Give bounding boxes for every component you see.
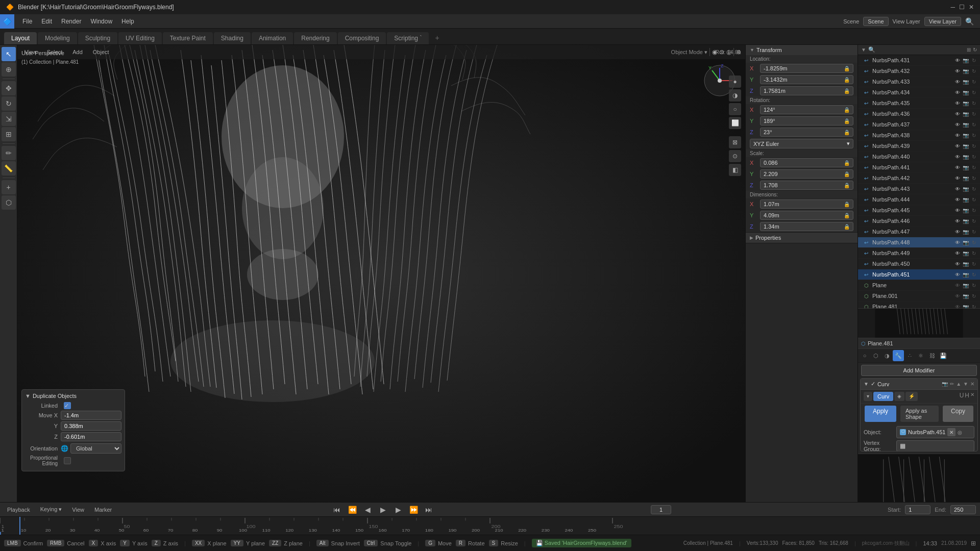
outliner-select-icon[interactable]: ↻: [970, 153, 978, 161]
transform-tool[interactable]: ⊞: [2, 127, 16, 141]
curve-mod-enable[interactable]: ✓: [871, 381, 875, 387]
dup-proportional-checkbox[interactable]: [64, 457, 71, 464]
outliner-item[interactable]: ⬡ Plane.481 👁 📷 ↻: [858, 302, 980, 308]
apply-as-shape-button[interactable]: Apply as Shape: [900, 406, 939, 422]
outliner-render-icon[interactable]: 📷: [962, 163, 970, 171]
pi-particles[interactable]: ∴: [904, 350, 915, 361]
outliner-render-icon[interactable]: 📷: [962, 195, 970, 204]
dup-movex-value[interactable]: -1.4m: [61, 411, 121, 420]
tl-next-frame[interactable]: ▶: [393, 504, 404, 515]
outliner-item[interactable]: ↩ NurbsPath.440 👁 📷 ↻: [858, 152, 980, 162]
outliner-item[interactable]: ↩ NurbsPath.443 👁 📷 ↻: [858, 184, 980, 194]
outliner-select-icon[interactable]: ↻: [970, 99, 978, 107]
tl-prev-keyframe[interactable]: ⏪: [347, 504, 358, 515]
vp-mode-select[interactable]: Object Mode ▾: [671, 49, 707, 56]
outliner-select-icon[interactable]: ↻: [970, 260, 978, 268]
tab-modeling[interactable]: Modeling: [38, 32, 77, 44]
outliner-eye-icon[interactable]: 👁: [953, 270, 962, 279]
outliner-render-icon[interactable]: 📷: [962, 110, 970, 118]
mod-type-active[interactable]: Curv: [873, 392, 893, 401]
loc-z-lock[interactable]: 🔒: [844, 88, 850, 94]
outliner-select-icon[interactable]: ↻: [970, 281, 978, 289]
outliner-render-icon[interactable]: 📷: [962, 131, 970, 139]
outliner-eye-icon[interactable]: 👁: [953, 228, 962, 236]
outliner-eye-icon[interactable]: 👁: [953, 163, 962, 171]
outliner-eye-icon[interactable]: 👁: [953, 292, 962, 300]
outliner-render-icon[interactable]: 📷: [962, 174, 970, 182]
timeline-ruler[interactable]: 1 50 100 150 200 250: [0, 517, 980, 535]
dup-y-value[interactable]: 0.388m: [61, 421, 121, 431]
outliner-render-icon[interactable]: 📷: [962, 217, 970, 225]
tab-scripting[interactable]: Scripting `: [387, 32, 429, 44]
rot-y-field[interactable]: 189° 🔒: [760, 116, 853, 126]
dim-z-field[interactable]: 1.34m 🔒: [760, 222, 853, 231]
outliner-select-icon[interactable]: ↻: [970, 217, 978, 225]
loc-y-lock[interactable]: 🔒: [844, 77, 850, 83]
vp-toggle-x-ray[interactable]: ⊠: [729, 136, 741, 148]
scene-selector[interactable]: Scene: [863, 17, 888, 26]
outliner-eye-icon[interactable]: 👁: [953, 217, 962, 225]
scale-y-lock[interactable]: 🔒: [844, 171, 850, 177]
measure-tool[interactable]: 📏: [2, 161, 16, 176]
tab-uv-editing[interactable]: UV Editing: [118, 32, 162, 44]
outliner-eye-icon[interactable]: 👁: [953, 238, 962, 246]
outliner-eye-icon[interactable]: 👁: [953, 260, 962, 268]
outliner-item[interactable]: ↩ NurbsPath.435 👁 📷 ↻: [858, 98, 980, 109]
close-btn[interactable]: ✕: [969, 4, 974, 11]
dim-z-lock[interactable]: 🔒: [844, 224, 850, 230]
outliner-select-icon[interactable]: ↻: [970, 238, 978, 246]
outliner-render-icon[interactable]: 📷: [962, 292, 970, 300]
outliner-eye-icon[interactable]: 👁: [953, 56, 962, 64]
curve-mod-edit[interactable]: ✏: [950, 381, 954, 387]
curve-mod-expand[interactable]: ▼: [864, 381, 869, 387]
loc-y-field[interactable]: -3.1432m 🔒: [760, 75, 853, 84]
tl-play[interactable]: ▶: [377, 504, 388, 515]
extra-tool[interactable]: ⬡: [2, 195, 16, 210]
rot-z-lock[interactable]: 🔒: [844, 130, 850, 135]
vp-material-view[interactable]: ◑: [729, 89, 741, 102]
outliner-item[interactable]: ↩ NurbsPath.437 👁 📷 ↻: [858, 119, 980, 130]
outliner-render-icon[interactable]: 📷: [962, 270, 970, 279]
rot-mode-field[interactable]: XYZ Euler ▾: [750, 139, 853, 148]
curve-mod-close[interactable]: ✕: [970, 381, 974, 387]
loc-x-field[interactable]: -1.8259m 🔒: [760, 64, 853, 73]
blender-icon-btn[interactable]: 🔷: [0, 14, 14, 29]
menu-file[interactable]: File: [18, 16, 36, 27]
outliner-sync-btn[interactable]: ↻: [973, 47, 977, 53]
tl-playback-menu[interactable]: Playback: [4, 506, 33, 514]
dup-linked-checkbox[interactable]: ✓: [64, 402, 71, 409]
outliner-item[interactable]: ↩ NurbsPath.442 👁 📷 ↻: [858, 173, 980, 184]
outliner-item[interactable]: ↩ NurbsPath.434 👁 📷 ↻: [858, 87, 980, 98]
tab-compositing[interactable]: Compositing: [338, 32, 386, 44]
outliner-select-icon[interactable]: ↻: [970, 110, 978, 118]
tab-texture-paint[interactable]: Texture Paint: [163, 32, 213, 44]
mod-hair-icon[interactable]: H: [965, 392, 969, 401]
object-field[interactable]: ⬡ NurbsPath.451 ✕ ◎: [896, 426, 974, 438]
outliner-eye-icon[interactable]: 👁: [953, 249, 962, 257]
outliner-render-icon[interactable]: 📷: [962, 153, 970, 161]
outliner-select-icon[interactable]: ↻: [970, 120, 978, 129]
outliner-select-icon[interactable]: ↻: [970, 174, 978, 182]
copy-button[interactable]: Copy: [943, 406, 973, 422]
outliner-select-icon[interactable]: ↻: [970, 78, 978, 86]
annotate-tool[interactable]: ✏: [2, 146, 16, 160]
windows-start[interactable]: ⊞: [971, 540, 976, 547]
outliner-render-icon[interactable]: 📷: [962, 281, 970, 289]
outliner-search[interactable]: 🔍: [868, 46, 965, 53]
move-tool[interactable]: ✥: [2, 81, 16, 95]
outliner-render-icon[interactable]: 📷: [962, 185, 970, 193]
outliner-render-icon[interactable]: 📷: [962, 260, 970, 268]
outliner-item[interactable]: ↩ NurbsPath.450 👁 📷 ↻: [858, 259, 980, 269]
outliner-eye-icon[interactable]: 👁: [953, 303, 962, 308]
outliner-select-icon[interactable]: ↻: [970, 303, 978, 308]
cursor-tool[interactable]: ⊕: [2, 62, 16, 77]
tl-marker-menu[interactable]: Marker: [91, 506, 115, 514]
outliner-render-icon[interactable]: 📷: [962, 303, 970, 308]
curve-mod-down[interactable]: ▼: [963, 381, 968, 387]
scale-z-lock[interactable]: 🔒: [844, 183, 850, 188]
outliner-eye-icon[interactable]: 👁: [953, 88, 962, 96]
outliner-render-icon[interactable]: 📷: [962, 228, 970, 236]
apply-button[interactable]: Apply: [865, 406, 896, 422]
pi-modifier[interactable]: 🔧: [893, 350, 904, 361]
pi-data[interactable]: 💾: [938, 350, 949, 361]
